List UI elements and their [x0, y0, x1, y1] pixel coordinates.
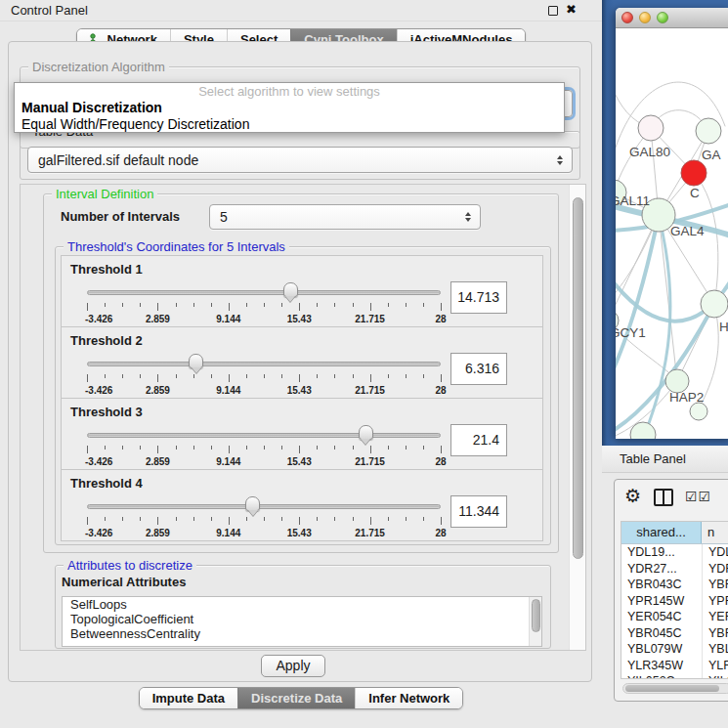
tick-mark — [370, 446, 371, 453]
cell-name: YER0 — [702, 609, 728, 625]
tick-mark — [105, 374, 106, 378]
table-row[interactable]: YIL052CYIL0 — [621, 673, 728, 679]
tick-mark — [317, 374, 318, 378]
network-canvas[interactable]: GAL80GACGAL11GAL4GCY1HHAP2 — [616, 28, 728, 439]
table-panel-titlebar: Table Panel — [602, 446, 728, 473]
tick-mark — [140, 446, 141, 450]
threshold-list: Threshold 1 -3.4262.8599.14415.4321.7152… — [61, 256, 543, 541]
table-hscrollbar-thumb[interactable] — [625, 685, 719, 692]
table-data-value: galFiltered.sif default node — [38, 152, 198, 168]
dropdown-item[interactable]: Equal Width/Frequency Discretization — [15, 116, 564, 133]
gear-icon[interactable]: ⚙ — [624, 485, 641, 506]
table-row[interactable]: YBL079WYBL0 — [621, 641, 728, 658]
threshold-slider[interactable]: -3.4262.8599.14415.4321.71528 — [87, 281, 441, 326]
network-view-window[interactable]: GAL80GACGAL11GAL4GCY1HHAP2 — [616, 8, 728, 439]
network-node[interactable] — [690, 403, 707, 420]
table-row[interactable]: YDR27...YDR2 — [621, 561, 728, 578]
tick-mark — [441, 517, 442, 525]
threshold-value-field[interactable]: 21.4 — [450, 424, 507, 456]
column-header-name[interactable]: n — [702, 522, 728, 543]
minimize-traffic-light-icon[interactable] — [639, 12, 651, 23]
select-columns-checkbox-icons[interactable]: ☑☑ — [685, 489, 711, 504]
tick-mark — [406, 517, 407, 521]
numerical-attributes-list[interactable]: SelfLoopsTopologicalCoefficientBetweenne… — [62, 596, 542, 647]
table-header-row: shared... n — [621, 522, 728, 544]
table-row[interactable]: YPR145WYPR1 — [621, 593, 728, 610]
threshold-value-field[interactable]: 14.713 — [450, 281, 507, 314]
float-window-icon[interactable] — [548, 6, 558, 16]
cell-name: YIL0 — [702, 673, 728, 679]
slider-tick-labels: -3.4262.8599.14415.4321.71528 — [87, 385, 441, 397]
tick-mark — [246, 446, 247, 450]
table-row[interactable]: YBR045CYBR0 — [621, 625, 728, 642]
threshold-slider[interactable]: -3.4262.8599.14415.4321.71528 — [87, 424, 441, 469]
tick-mark — [370, 374, 371, 382]
cell-shared-name: YBR045C — [621, 625, 702, 642]
attributes-scrollbar-thumb[interactable] — [532, 599, 540, 632]
tick-mark — [193, 374, 194, 378]
close-traffic-light-icon[interactable] — [621, 12, 633, 23]
threshold-slider[interactable]: -3.4262.8599.14415.4321.71528 — [87, 353, 441, 398]
tick-mark — [105, 446, 106, 450]
node-label: GAL80 — [629, 145, 670, 159]
tab-infer-network[interactable]: Infer Network — [355, 688, 462, 708]
network-node-selected[interactable] — [681, 160, 707, 186]
dropdown-prompt-item[interactable]: Select algorithm to view settings — [15, 83, 564, 100]
tick-mark — [281, 374, 282, 378]
columns-icon[interactable] — [654, 489, 673, 506]
tick-label: 2.859 — [146, 528, 170, 538]
slider-thumb[interactable] — [245, 496, 260, 511]
threshold-panel: Threshold 2 -3.4262.8599.14415.4321.7152… — [61, 326, 543, 399]
tab-discretize-data[interactable]: Discretize Data — [237, 688, 355, 708]
close-icon[interactable]: ✖ — [566, 2, 577, 17]
slider-track[interactable] — [87, 433, 441, 438]
settings-scrollbar-track[interactable] — [569, 185, 585, 650]
apply-button[interactable]: Apply — [261, 655, 325, 677]
slider-track[interactable] — [87, 362, 441, 366]
slider-track[interactable] — [87, 290, 441, 295]
tick-mark — [140, 517, 141, 521]
tick-mark — [317, 303, 318, 307]
attribute-list-item[interactable]: TopologicalCoefficient — [63, 612, 541, 626]
tab-impute-data[interactable]: Impute Data — [140, 688, 237, 708]
table-row[interactable]: YER054CYER0 — [621, 609, 728, 625]
number-of-intervals-combobox[interactable]: 5 — [209, 204, 481, 230]
network-node[interactable] — [638, 115, 664, 141]
network-window-titlebar[interactable] — [616, 8, 728, 28]
table-hscrollbar-track[interactable] — [622, 683, 728, 694]
threshold-slider[interactable]: -3.4262.8599.14415.4321.71528 — [87, 495, 441, 540]
table-row[interactable]: YDL19...YDL1 — [621, 544, 728, 561]
dropdown-item[interactable]: Manual Discretization — [15, 100, 564, 116]
settings-scrollbar-thumb[interactable] — [573, 197, 583, 559]
attributes-scrollbar-track[interactable] — [529, 597, 541, 646]
threshold-panel: Threshold 1 -3.4262.8599.14415.4321.7152… — [61, 255, 543, 327]
zoom-traffic-light-icon[interactable] — [657, 12, 668, 23]
table-row[interactable]: YBR043CYBR0 — [621, 577, 728, 593]
network-node[interactable] — [701, 290, 728, 318]
tick-mark — [211, 446, 212, 450]
bottom-tab-group: Impute DataDiscretize DataInfer Network — [139, 687, 464, 709]
threshold-value-field[interactable]: 11.344 — [450, 495, 507, 528]
slider-track[interactable] — [87, 504, 441, 509]
tick-mark — [388, 374, 389, 378]
attribute-list-item[interactable]: BetweennessCentrality — [63, 626, 541, 641]
threshold-value-field[interactable]: 6.316 — [450, 353, 507, 385]
cell-shared-name: YBR043C — [621, 577, 702, 593]
tick-mark — [388, 303, 389, 307]
number-of-intervals-value: 5 — [220, 209, 228, 225]
threshold-title: Threshold 2 — [70, 333, 143, 348]
network-node[interactable] — [696, 118, 721, 144]
slider-thumb[interactable] — [283, 282, 298, 297]
tab-label: Impute Data — [152, 691, 225, 706]
table-data-combobox[interactable]: galFiltered.sif default node — [27, 147, 573, 173]
tick-mark — [388, 517, 389, 521]
control-panel-title: Control Panel — [11, 3, 88, 18]
slider-thumb[interactable] — [359, 425, 373, 440]
column-header-shared-name[interactable]: shared... — [621, 522, 702, 543]
tick-mark — [211, 303, 212, 307]
table-panel-title: Table Panel — [620, 451, 686, 466]
table-row[interactable]: YLR345WYLR3 — [621, 658, 728, 674]
attribute-list-item[interactable]: SelfLoops — [63, 597, 541, 612]
cell-name: YDL1 — [702, 544, 728, 561]
slider-thumb[interactable] — [189, 354, 203, 368]
